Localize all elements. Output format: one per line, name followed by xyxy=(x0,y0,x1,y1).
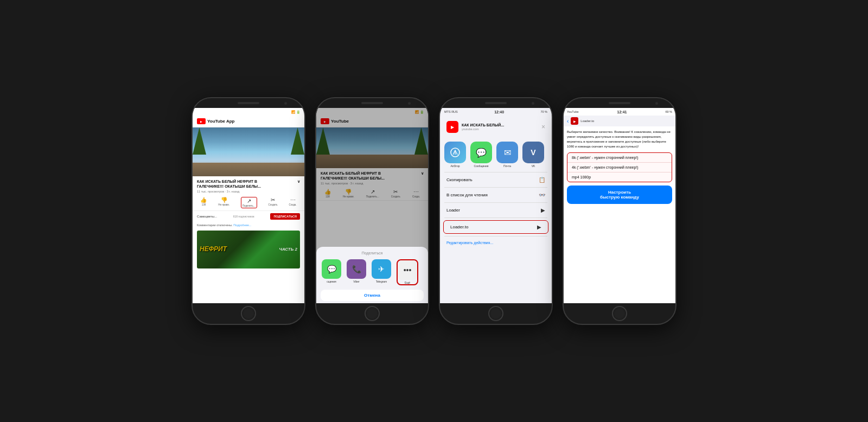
phone-3-screen: MTS RUS 12:40 70 % ▶ КАК ИСКАТЬ БЕЛЫЙ...… xyxy=(440,108,552,303)
share-btn[interactable]: ↗ Поделить... xyxy=(241,197,257,208)
channel-name: Самоцветы... xyxy=(197,215,217,218)
mail-icon-3: ✉ xyxy=(496,142,518,163)
speaker-4 xyxy=(609,102,630,104)
status-bar-3: MTS RUS 12:40 70 % xyxy=(440,108,552,116)
share-sheet: Поделиться 💬 сщения 📞 Viber xyxy=(316,247,428,303)
loader-to-item[interactable]: Loader.to ▶ xyxy=(443,220,548,234)
mail-app-3[interactable]: ✉ Почта xyxy=(496,142,518,168)
create-icon-2: ⋯ xyxy=(290,197,296,203)
expand-icon[interactable]: ∨ xyxy=(297,179,300,189)
phone-2: 📶 🔋 YouTube КАК ИСКАТЬ БЕЛЫЙ НЕФРИТ В ГА… xyxy=(315,97,429,325)
messages-app-name: сщения xyxy=(327,280,336,283)
close-btn-3[interactable]: × xyxy=(541,123,545,131)
tree-left xyxy=(193,127,206,155)
airdrop-app[interactable]: AirDrop xyxy=(444,142,466,168)
speaker xyxy=(238,102,259,104)
share-label-sheet: Поделиться xyxy=(316,251,428,255)
phones-container: 📶 🔋 YouTube App КАК ИСКАТЬ БЕЛЫЙ НЕФРИТ … xyxy=(181,86,687,336)
share-app-viber[interactable]: 📞 Viber xyxy=(347,259,366,285)
phone-3-bottom xyxy=(440,303,552,324)
comments-off-text: Комментарии отключены. xyxy=(197,223,233,227)
edit-actions[interactable]: Редактировать действия... xyxy=(440,238,552,248)
share-title-3: КАК ИСКАТЬ БЕЛЫЙ... xyxy=(462,123,504,127)
divider-3e xyxy=(444,236,547,236)
share-label: Поделить... xyxy=(242,204,256,207)
telegram-icon: ✈ xyxy=(378,265,385,273)
loader-play-icon: ▶ xyxy=(541,207,545,213)
dislike-btn[interactable]: 👎 Не нрави. xyxy=(218,197,229,208)
phone-2-screen: 📶 🔋 YouTube КАК ИСКАТЬ БЕЛЫЙ НЕФРИТ В ГА… xyxy=(316,108,428,303)
back-btn-4[interactable]: ‹ xyxy=(567,118,569,124)
loader-label: Loader xyxy=(446,208,460,213)
status-battery-4: 69 % xyxy=(665,110,672,113)
vk-glyph-3: V xyxy=(531,148,535,157)
thumbnail2-text2: ЧАСТЬ 2 xyxy=(279,247,297,252)
telegram-app-icon: ✈ xyxy=(372,259,391,279)
video-info: КАК ИСКАТЬ БЕЛЫЙ НЕФРИТ В ГАЛЕЧНИКЕ!!! О… xyxy=(193,176,304,195)
quality-4k[interactable]: 4k ('.webm' - нужен сторонний плеер!) xyxy=(567,163,672,172)
yt-icon-3: ▶ xyxy=(446,121,458,133)
copy-label: Скопировать xyxy=(446,177,473,182)
speaker-3 xyxy=(485,102,507,104)
like-btn[interactable]: 👍 138 xyxy=(200,197,207,208)
share-app-more[interactable]: ••• Ещё xyxy=(397,259,418,285)
messages-name-3: Сообщения xyxy=(474,164,488,168)
messages-icon: 💬 xyxy=(327,265,336,273)
like-icon: 👍 xyxy=(200,197,207,203)
airdrop-icon xyxy=(444,142,466,163)
video-title: КАК ИСКАТЬ БЕЛЫЙ НЕФРИТ В ГАЛЕЧНИКЕ!!! О… xyxy=(197,179,300,189)
home-button[interactable] xyxy=(241,306,256,321)
speaker-2 xyxy=(361,102,383,104)
messages-app-3[interactable]: 💬 Сообщения xyxy=(470,142,492,168)
home-button-3[interactable] xyxy=(488,306,503,321)
comments-link[interactable]: Подробнее... xyxy=(233,223,251,227)
phone-4-screen: YouTube 12:41 69 % ‹ ▶ Loader.to Выберит… xyxy=(564,108,675,303)
second-thumbnail[interactable]: НЕФРИТ ЧАСТЬ 2 xyxy=(197,231,300,268)
cancel-button[interactable]: Отмена xyxy=(321,290,424,301)
share-icon: ↗ xyxy=(247,198,251,204)
quick-cmd-btn[interactable]: Настроитьбыструю команду xyxy=(567,186,672,204)
share-info-3: КАК ИСКАТЬ БЕЛЫЙ... youtube.com xyxy=(462,123,504,131)
home-button-2[interactable] xyxy=(365,306,380,321)
quality-1080p[interactable]: mp4 1080p xyxy=(567,172,672,182)
share-app-telegram[interactable]: ✈ Telegram xyxy=(372,259,391,285)
quality-8k[interactable]: 8k ('.webm' - нужен сторонний плеер!) xyxy=(567,153,672,163)
channel-row: Самоцветы... 618 подписчиков ПОДПИСАТЬСЯ xyxy=(193,211,304,222)
status-time-4: 12:41 xyxy=(617,110,627,114)
create-label-2: Созда. xyxy=(289,203,296,206)
status-bar: 📶 🔋 xyxy=(193,108,304,116)
phone-4-notch xyxy=(564,98,675,108)
messages-icon-3: 💬 xyxy=(470,142,492,163)
more-app-name: Ещё xyxy=(405,281,410,284)
create-btn-1[interactable]: ✂ Создать xyxy=(269,197,278,208)
front-camera xyxy=(284,102,287,105)
vk-app-3[interactable]: V VK xyxy=(522,142,544,168)
status-time-3: 12:40 xyxy=(494,110,504,114)
thumbnail2-text1: НЕФРИТ xyxy=(200,246,227,253)
divider-3d xyxy=(444,218,547,218)
subscribe-btn[interactable]: ПОДПИСАТЬСЯ xyxy=(270,213,300,220)
viber-icon: 📞 xyxy=(352,265,361,273)
home-button-4[interactable] xyxy=(612,306,627,321)
share-app-messages[interactable]: 💬 сщения xyxy=(322,259,341,285)
status-icons: 📶 🔋 xyxy=(291,110,300,114)
more-app-icon: ••• xyxy=(398,260,417,280)
loader-item[interactable]: Loader ▶ xyxy=(440,204,552,216)
quick-cmd-label: Настроитьбыструю команду xyxy=(600,190,639,200)
create-label-1: Создать xyxy=(269,203,278,206)
phone-2-notch xyxy=(316,98,428,108)
status-left-3: MTS RUS xyxy=(444,110,458,113)
reading-list-item[interactable]: В список для чтения 👓 xyxy=(440,189,552,201)
more-icon: ••• xyxy=(404,266,412,274)
status-left-4: YouTube xyxy=(567,110,579,113)
create-btn-2[interactable]: ⋯ Созда. xyxy=(289,197,296,208)
copy-item[interactable]: Скопировать 📋 xyxy=(440,174,552,186)
vk-name-3: VK xyxy=(532,164,535,168)
loader-to-play-icon: ▶ xyxy=(537,224,541,230)
share-apps-row: 💬 сщения 📞 Viber ✈ xyxy=(316,259,428,285)
subscriber-count: 618 подписчиков xyxy=(233,215,254,218)
viber-app-name: Viber xyxy=(353,280,360,283)
front-camera-2 xyxy=(408,102,411,105)
status-bar-4: YouTube 12:41 69 % xyxy=(564,108,675,116)
yt-logo-text: YouTube App xyxy=(207,119,235,124)
